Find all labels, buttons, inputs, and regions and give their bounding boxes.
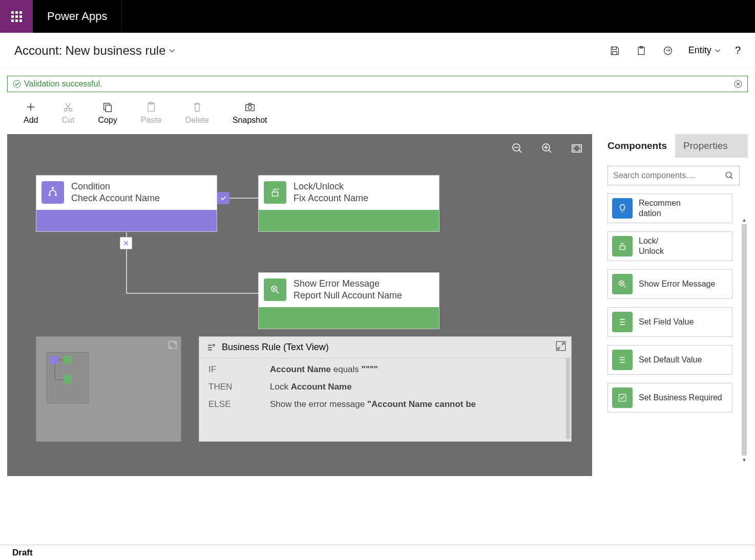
then-clause: Lock Account Name (270, 382, 352, 392)
node-footer (36, 210, 217, 231)
status-bar: Draft (0, 545, 755, 560)
panel-tabs: Components Properties (599, 134, 748, 158)
if-clause: Account Name equals """" (270, 364, 378, 375)
snapshot-label: Snapshot (233, 116, 267, 125)
lock-icon (264, 181, 286, 204)
check-circle-icon (13, 80, 21, 88)
fit-screen-button[interactable] (571, 142, 583, 155)
validation-banner: Validation successful. (7, 76, 748, 92)
svg-point-12 (248, 105, 251, 109)
component-show-error[interactable]: Show Error Message (607, 269, 732, 299)
scope-label: Entity (688, 45, 711, 56)
node-footer (259, 210, 439, 231)
component-search[interactable] (607, 166, 740, 185)
zoom-in-button[interactable] (541, 142, 553, 155)
minimap[interactable] (36, 336, 181, 442)
mini-error-icon (64, 375, 72, 383)
canvas-controls (511, 142, 583, 155)
cut-label: Cut (61, 116, 74, 125)
validate-button[interactable] (635, 45, 647, 57)
svg-point-2 (664, 47, 672, 54)
mini-connector (54, 364, 55, 379)
svg-rect-15 (572, 145, 581, 152)
node-title: Show Error Message Report Null Account N… (293, 278, 402, 302)
lock-icon (612, 236, 633, 256)
business-rule-text-view: Business Rule (Text View) IF Account Nam… (199, 336, 572, 442)
copy-button[interactable]: Copy (98, 101, 117, 125)
component-set-default-value[interactable]: Set Default Value (607, 345, 732, 375)
help-button[interactable]: ? (735, 45, 741, 56)
node-name-label: Report Null Account Name (293, 290, 402, 301)
lock-unlock-node[interactable]: Lock/Unlock Fix Account Name (258, 175, 439, 232)
panel-body: Recommendation Lock/ Unlock Show Error M… (599, 158, 748, 476)
connector-true-line (229, 198, 258, 199)
else-keyword: ELSE (208, 399, 239, 410)
tab-properties[interactable]: Properties (675, 134, 748, 158)
component-set-field-value[interactable]: Set Field Value (607, 307, 732, 337)
show-error-node[interactable]: Show Error Message Report Null Account N… (258, 272, 439, 329)
condition-node[interactable]: Condition Check Account Name (36, 175, 217, 232)
workspace-row: Condition Check Account Name Lock/Unlock… (0, 134, 755, 483)
scope-dropdown[interactable]: Entity (688, 45, 721, 56)
zoom-out-button[interactable] (511, 142, 523, 155)
search-input[interactable] (613, 171, 725, 180)
tab-components[interactable]: Components (599, 134, 675, 158)
error-icon (612, 274, 633, 294)
add-button[interactable]: Add (24, 101, 38, 125)
brand-label: Power Apps (33, 0, 122, 33)
svg-point-22 (213, 344, 215, 346)
component-set-business-required[interactable]: Set Business Required (607, 383, 732, 413)
designer-canvas[interactable]: Condition Check Account Name Lock/Unlock… (7, 134, 592, 476)
expand-text-view-button[interactable] (556, 341, 566, 351)
app-launcher-button[interactable] (0, 0, 33, 33)
scroll-up-arrow[interactable]: ▲ (742, 217, 747, 223)
component-recommendation[interactable]: Recommendation (607, 193, 732, 223)
node-footer (259, 307, 439, 329)
scroll-down-arrow[interactable]: ▼ (742, 457, 747, 463)
delete-label: Delete (185, 116, 209, 125)
node-type-label: Show Error Message (293, 278, 402, 290)
component-lock-unlock[interactable]: Lock/ Unlock (607, 231, 732, 261)
title-prefix: Account: (14, 44, 62, 58)
activate-button[interactable] (662, 45, 674, 57)
header-actions: Entity ? (609, 45, 741, 57)
snapshot-button[interactable]: Snapshot (233, 101, 267, 125)
svg-rect-19 (272, 192, 278, 196)
component-label: Recommendation (639, 198, 685, 219)
checkbox-icon (612, 387, 633, 408)
paste-label: Paste (141, 116, 162, 125)
expand-icon[interactable] (169, 341, 177, 349)
text-view-scrollbar[interactable] (566, 358, 570, 439)
component-list: Recommendation Lock/ Unlock Show Error M… (607, 193, 740, 413)
minimap-viewport (47, 352, 89, 403)
right-panel: Components Properties Recommendation Loc… (599, 134, 748, 476)
panel-scrollbar[interactable] (742, 224, 747, 456)
svg-point-24 (726, 172, 731, 178)
text-view-header: Business Rule (Text View) (199, 337, 571, 358)
validation-message: Validation successful. (24, 79, 102, 89)
node-type-label: Lock/Unlock (293, 181, 368, 192)
delete-button[interactable]: Delete (185, 101, 209, 125)
node-title: Condition Check Account Name (71, 181, 160, 205)
copy-label: Copy (98, 116, 117, 125)
paste-button[interactable]: Paste (141, 101, 162, 125)
close-banner-button[interactable] (734, 80, 742, 88)
false-branch-marker[interactable] (120, 237, 132, 249)
lightbulb-icon (612, 198, 633, 219)
then-keyword: THEN (208, 382, 239, 392)
true-branch-marker[interactable] (217, 192, 229, 204)
save-button[interactable] (609, 45, 621, 57)
if-keyword: IF (208, 364, 239, 375)
list-icon (612, 350, 633, 370)
connector-false-hline (126, 293, 258, 294)
svg-point-18 (55, 194, 57, 196)
waffle-icon (11, 11, 22, 22)
cut-button[interactable]: Cut (61, 101, 74, 125)
status-label: Draft (12, 548, 33, 558)
mini-lock-icon (64, 356, 72, 364)
component-label: Show Error Message (639, 279, 715, 289)
action-toolbar: Add Cut Copy Paste Delete Snapshot (0, 92, 755, 134)
svg-point-16 (52, 187, 54, 189)
rule-title-dropdown[interactable]: Account: New business rule (14, 44, 176, 58)
component-label: Set Default Value (639, 355, 702, 365)
